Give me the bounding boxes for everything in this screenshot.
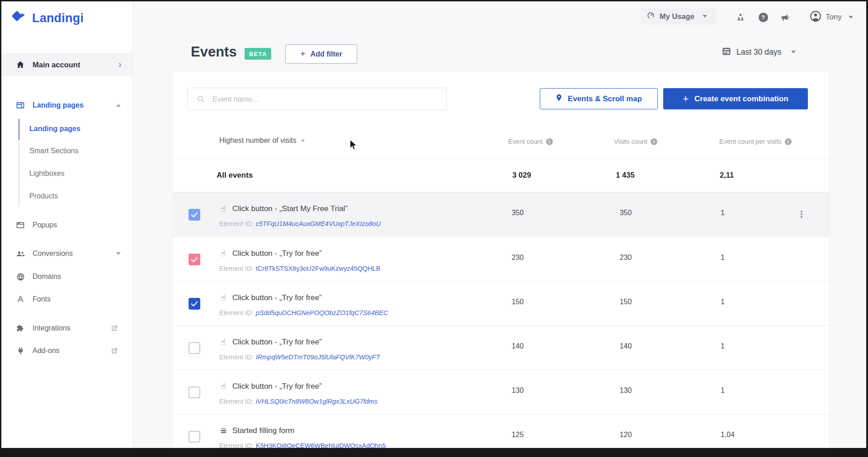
add-filter-button[interactable]: Add filter <box>285 44 357 64</box>
sidebar-item-main-account[interactable]: Main account <box>1 53 132 76</box>
element-id-value[interactable]: IRmpqW5eDTmT09oJ5lUlaFQVlK7W0yFT <box>256 353 380 361</box>
visits-count-cell: 350 <box>590 209 662 217</box>
referral-icon[interactable] <box>735 11 746 23</box>
app-window: Landingi Main account Landing pages <box>1 1 866 448</box>
event-title: Click button - „Try for free” <box>232 293 322 302</box>
row-menu-button[interactable] <box>796 207 807 221</box>
table-row[interactable]: Click button - „Start My Free Trial” Ele… <box>173 193 830 237</box>
home-icon <box>15 60 26 69</box>
event-title: Click button - „Try for free” <box>232 382 322 391</box>
element-id-label: Element ID: <box>219 309 254 316</box>
table-row[interactable]: Started filling form Element ID:K5H3KOi8… <box>173 414 830 448</box>
chevron-down-icon <box>116 252 121 255</box>
sidebar-item-popups[interactable]: Popups <box>1 214 132 236</box>
column-header-event-count-per-visits: Event count per visits <box>719 138 792 145</box>
info-icon[interactable] <box>651 138 657 145</box>
sort-dropdown[interactable]: Highest number of visits <box>219 137 305 145</box>
create-event-combination-button[interactable]: Create event combination <box>663 88 808 109</box>
plus-icon <box>683 93 689 105</box>
puzzle-icon <box>15 324 26 333</box>
element-id-value[interactable]: K5H3KOi8OeCEW6WBehluIDWOsxAdQhn5 <box>256 442 386 448</box>
column-label: Visits count <box>614 138 647 145</box>
sidebar-subitem-lightboxes[interactable]: Lightboxes <box>1 163 132 184</box>
row-checkbox-unchecked[interactable] <box>189 386 200 398</box>
chevron-down-icon <box>301 140 305 142</box>
sidebar-item-label: Products <box>29 192 58 200</box>
table-row[interactable]: Click button - „Try for free” Element ID… <box>173 237 830 282</box>
table-row[interactable]: Click button - „Try for free” Element ID… <box>173 325 830 370</box>
column-header-visits-count: Visits count <box>614 138 657 145</box>
info-icon[interactable] <box>785 138 792 145</box>
row-checkbox-checked[interactable] <box>189 254 200 265</box>
visits-count-cell: 150 <box>590 298 662 306</box>
element-id-label: Element ID: <box>219 398 254 405</box>
sidebar-subitem-products[interactable]: Products <box>1 185 132 207</box>
landingi-logo-icon <box>11 9 27 27</box>
announcements-icon[interactable] <box>779 11 791 23</box>
plus-icon <box>300 49 306 59</box>
event-per-visit-cell: 1 <box>721 298 725 306</box>
chevron-down-icon <box>703 15 707 18</box>
click-icon <box>218 203 228 213</box>
sidebar-item-domains[interactable]: Domains <box>1 266 132 287</box>
sidebar-item-add-ons[interactable]: Add-ons <box>1 340 132 362</box>
events-scroll-map-label: Events & Scroll map <box>568 94 642 104</box>
column-label: Event count per visits <box>719 138 782 145</box>
click-icon <box>218 292 228 302</box>
element-id-value[interactable]: c5TFqU1M4ucAuxGME4VUxpTJeXIzo8oU <box>256 220 381 227</box>
sidebar-item-label: Popups <box>33 221 57 229</box>
event-search[interactable] <box>187 88 447 110</box>
summary-event-count: 3 029 <box>486 171 558 179</box>
element-id: Element ID:tCr8TkSTSX8y3oU2Fw9uKzwyz45QQ… <box>219 265 380 272</box>
landingi-logo[interactable]: Landingi <box>11 9 84 27</box>
event-per-visit-cell: 1 <box>721 209 725 217</box>
chevron-down-icon <box>791 51 796 53</box>
event-count-cell: 130 <box>481 386 554 395</box>
my-usage-dropdown[interactable]: My Usage <box>641 8 717 25</box>
sidebar-item-conversions[interactable]: Conversions <box>1 243 132 264</box>
sort-label: Highest number of visits <box>219 137 297 145</box>
sidebar-item-landing-pages[interactable]: Landing pages <box>1 94 132 116</box>
element-id: Element ID:c5TFqU1M4ucAuxGME4VUxpTJeXIzo… <box>219 220 381 227</box>
all-events-label: All events <box>217 171 253 180</box>
element-id-value[interactable]: pSdd5quDCHGNePOQObzZO1fqC7S64BEC <box>256 309 388 316</box>
element-id-value[interactable]: tCr8TkSTSX8y3oU2Fw9uKzwyz45QQHLB <box>256 265 381 272</box>
column-header-event-count: Event count <box>508 138 553 145</box>
page-title: Events <box>191 44 237 60</box>
sidebar-item-label: Fonts <box>33 295 51 303</box>
row-checkbox-checked[interactable] <box>189 209 200 221</box>
events-scroll-map-button[interactable]: Events & Scroll map <box>540 88 658 109</box>
summary-event-per-visit: 2,11 <box>720 171 734 179</box>
row-checkbox-checked[interactable] <box>189 298 200 310</box>
row-checkbox-unchecked[interactable] <box>189 342 200 354</box>
sidebar-item-fonts[interactable]: Fonts <box>1 288 132 310</box>
question-mark-icon <box>759 13 768 22</box>
all-events-summary-row: All events 3 029 1 435 2,11 <box>173 158 830 193</box>
visits-count-cell: 120 <box>590 431 662 439</box>
event-title: Click button - „Try for free” <box>232 338 322 347</box>
account-menu[interactable]: Tony <box>810 10 853 24</box>
sidebar-item-label: Domains <box>33 273 61 281</box>
element-id: Element ID:pSdd5quDCHGNePOQObzZO1fqC7S64… <box>219 309 388 316</box>
element-id-value[interactable]: iVHLSQ0icTn8W8Ow1glRgx3LxUG7fdms <box>256 398 377 405</box>
sidebar-subitem-smart-sections[interactable]: Smart Sections <box>1 140 132 162</box>
table-row[interactable]: Click button - „Try for free” Element ID… <box>173 370 830 415</box>
event-count-cell: 140 <box>481 342 554 350</box>
info-icon[interactable] <box>546 138 553 145</box>
event-title: Started filling form <box>232 426 294 435</box>
event-per-visit-cell: 1 <box>721 254 725 262</box>
search-input[interactable] <box>212 94 446 104</box>
sidebar-item-integrations[interactable]: Integrations <box>1 317 132 339</box>
date-range-dropdown[interactable]: Last 30 days <box>722 47 796 57</box>
table-row[interactable]: Click button - „Try for free” Element ID… <box>173 281 830 326</box>
avatar-icon <box>810 10 821 24</box>
event-per-visit-cell: 1,04 <box>721 431 735 439</box>
plug-icon <box>15 347 26 355</box>
event-per-visit-cell: 1 <box>721 342 725 350</box>
row-checkbox-unchecked[interactable] <box>189 431 200 443</box>
help-icon[interactable] <box>757 11 769 23</box>
event-per-visit-cell: 1 <box>721 386 725 395</box>
sidebar-subitem-landing-pages[interactable]: Landing pages <box>1 118 132 140</box>
sidebar-item-label: Integrations <box>33 324 71 332</box>
element-id-label: Element ID: <box>219 220 254 227</box>
